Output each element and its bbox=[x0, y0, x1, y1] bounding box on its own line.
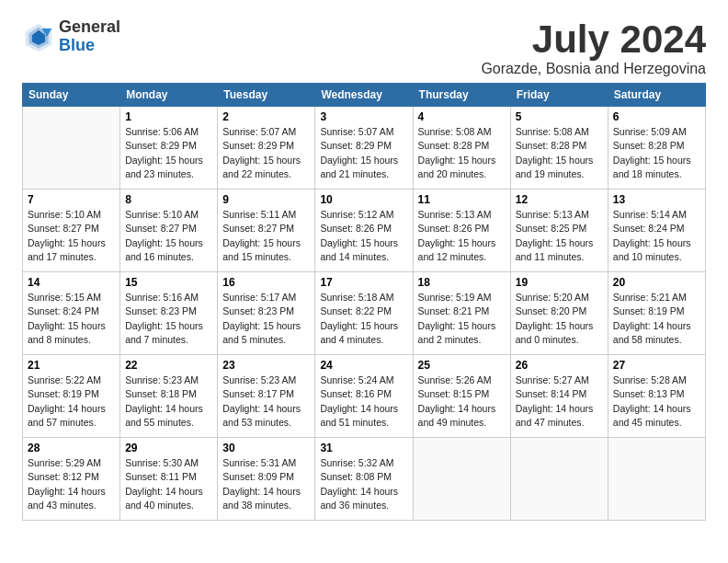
day-number: 1 bbox=[125, 110, 212, 123]
day-number: 27 bbox=[613, 359, 700, 372]
calendar-week-row: 1Sunrise: 5:06 AMSunset: 8:29 PMDaylight… bbox=[23, 107, 706, 190]
day-number: 16 bbox=[222, 276, 310, 289]
calendar-cell: 14Sunrise: 5:15 AMSunset: 8:24 PMDayligh… bbox=[23, 272, 120, 355]
calendar-cell: 31Sunrise: 5:32 AMSunset: 8:08 PMDayligh… bbox=[315, 438, 413, 521]
day-info: Sunrise: 5:11 AMSunset: 8:27 PMDaylight:… bbox=[222, 208, 310, 264]
calendar-cell: 12Sunrise: 5:13 AMSunset: 8:25 PMDayligh… bbox=[510, 190, 608, 272]
calendar-cell: 11Sunrise: 5:13 AMSunset: 8:26 PMDayligh… bbox=[413, 190, 510, 272]
day-info: Sunrise: 5:27 AMSunset: 8:14 PMDaylight:… bbox=[516, 373, 603, 430]
day-number: 24 bbox=[320, 359, 407, 372]
day-number: 25 bbox=[418, 359, 506, 372]
calendar-cell: 27Sunrise: 5:28 AMSunset: 8:13 PMDayligh… bbox=[608, 355, 705, 438]
day-info: Sunrise: 5:23 AMSunset: 8:17 PMDaylight:… bbox=[222, 373, 310, 430]
day-number: 22 bbox=[125, 359, 212, 372]
day-number: 7 bbox=[28, 193, 115, 206]
day-info: Sunrise: 5:12 AMSunset: 8:26 PMDaylight:… bbox=[320, 208, 407, 264]
calendar-header-friday: Friday bbox=[510, 84, 608, 107]
calendar-cell: 23Sunrise: 5:23 AMSunset: 8:17 PMDayligh… bbox=[218, 355, 315, 438]
day-info: Sunrise: 5:09 AMSunset: 8:28 PMDaylight:… bbox=[613, 125, 700, 181]
day-info: Sunrise: 5:07 AMSunset: 8:29 PMDaylight:… bbox=[320, 125, 407, 181]
day-info: Sunrise: 5:16 AMSunset: 8:23 PMDaylight:… bbox=[125, 291, 212, 347]
day-number: 4 bbox=[418, 110, 506, 123]
day-number: 15 bbox=[125, 276, 212, 289]
day-info: Sunrise: 5:07 AMSunset: 8:29 PMDaylight:… bbox=[222, 125, 310, 181]
logo-text: General Blue bbox=[59, 18, 120, 55]
logo-general: General bbox=[59, 18, 120, 37]
day-number: 14 bbox=[28, 276, 115, 289]
day-number: 18 bbox=[418, 276, 506, 289]
day-info: Sunrise: 5:13 AMSunset: 8:25 PMDaylight:… bbox=[516, 208, 603, 264]
day-info: Sunrise: 5:24 AMSunset: 8:16 PMDaylight:… bbox=[320, 373, 407, 430]
day-info: Sunrise: 5:28 AMSunset: 8:13 PMDaylight:… bbox=[613, 373, 700, 430]
calendar-cell: 17Sunrise: 5:18 AMSunset: 8:22 PMDayligh… bbox=[315, 272, 413, 355]
calendar-week-row: 21Sunrise: 5:22 AMSunset: 8:19 PMDayligh… bbox=[23, 355, 706, 438]
calendar-cell: 4Sunrise: 5:08 AMSunset: 8:28 PMDaylight… bbox=[413, 107, 510, 190]
logo-blue: Blue bbox=[59, 37, 120, 55]
day-number: 26 bbox=[516, 359, 603, 372]
day-info: Sunrise: 5:26 AMSunset: 8:15 PMDaylight:… bbox=[418, 373, 506, 430]
day-number: 29 bbox=[125, 442, 212, 454]
day-info: Sunrise: 5:32 AMSunset: 8:08 PMDaylight:… bbox=[320, 456, 407, 512]
calendar-cell: 15Sunrise: 5:16 AMSunset: 8:23 PMDayligh… bbox=[120, 272, 218, 355]
calendar-cell bbox=[413, 438, 510, 521]
day-info: Sunrise: 5:30 AMSunset: 8:11 PMDaylight:… bbox=[125, 456, 212, 512]
day-number: 31 bbox=[320, 442, 407, 454]
calendar-cell bbox=[510, 438, 608, 521]
day-info: Sunrise: 5:08 AMSunset: 8:28 PMDaylight:… bbox=[418, 125, 506, 181]
calendar-header-monday: Monday bbox=[120, 84, 218, 107]
day-info: Sunrise: 5:20 AMSunset: 8:20 PMDaylight:… bbox=[516, 291, 603, 347]
day-number: 2 bbox=[222, 110, 310, 123]
day-number: 11 bbox=[418, 193, 506, 206]
day-info: Sunrise: 5:18 AMSunset: 8:22 PMDaylight:… bbox=[320, 291, 407, 347]
day-info: Sunrise: 5:06 AMSunset: 8:29 PMDaylight:… bbox=[125, 125, 212, 181]
calendar-cell: 1Sunrise: 5:06 AMSunset: 8:29 PMDaylight… bbox=[120, 107, 218, 190]
day-number: 6 bbox=[613, 110, 700, 123]
day-number: 5 bbox=[516, 110, 603, 123]
day-number: 23 bbox=[222, 359, 310, 372]
day-number: 28 bbox=[28, 442, 115, 454]
day-number: 12 bbox=[516, 193, 603, 206]
calendar-cell: 26Sunrise: 5:27 AMSunset: 8:14 PMDayligh… bbox=[510, 355, 608, 438]
calendar-cell: 13Sunrise: 5:14 AMSunset: 8:24 PMDayligh… bbox=[608, 190, 705, 272]
calendar-header-thursday: Thursday bbox=[413, 84, 510, 107]
calendar-cell: 7Sunrise: 5:10 AMSunset: 8:27 PMDaylight… bbox=[23, 190, 120, 272]
day-number: 17 bbox=[320, 276, 407, 289]
logo-icon bbox=[22, 20, 55, 53]
calendar-header-saturday: Saturday bbox=[608, 84, 705, 107]
day-info: Sunrise: 5:21 AMSunset: 8:19 PMDaylight:… bbox=[613, 291, 700, 347]
calendar-cell: 10Sunrise: 5:12 AMSunset: 8:26 PMDayligh… bbox=[315, 190, 413, 272]
calendar-cell: 24Sunrise: 5:24 AMSunset: 8:16 PMDayligh… bbox=[315, 355, 413, 438]
location-subtitle: Gorazde, Bosnia and Herzegovina bbox=[481, 61, 706, 77]
calendar-cell: 3Sunrise: 5:07 AMSunset: 8:29 PMDaylight… bbox=[315, 107, 413, 190]
logo: General Blue bbox=[22, 18, 120, 55]
day-number: 20 bbox=[613, 276, 700, 289]
day-number: 21 bbox=[28, 359, 115, 372]
calendar-cell: 22Sunrise: 5:23 AMSunset: 8:18 PMDayligh… bbox=[120, 355, 218, 438]
day-number: 8 bbox=[125, 193, 212, 206]
calendar-header-wednesday: Wednesday bbox=[315, 84, 413, 107]
calendar-header-row: SundayMondayTuesdayWednesdayThursdayFrid… bbox=[23, 84, 706, 107]
day-info: Sunrise: 5:29 AMSunset: 8:12 PMDaylight:… bbox=[28, 456, 115, 512]
calendar-cell: 6Sunrise: 5:09 AMSunset: 8:28 PMDaylight… bbox=[608, 107, 705, 190]
day-info: Sunrise: 5:10 AMSunset: 8:27 PMDaylight:… bbox=[28, 208, 115, 264]
calendar-cell: 19Sunrise: 5:20 AMSunset: 8:20 PMDayligh… bbox=[510, 272, 608, 355]
day-info: Sunrise: 5:08 AMSunset: 8:28 PMDaylight:… bbox=[516, 125, 603, 181]
calendar-cell: 8Sunrise: 5:10 AMSunset: 8:27 PMDaylight… bbox=[120, 190, 218, 272]
day-number: 10 bbox=[320, 193, 407, 206]
calendar-cell: 25Sunrise: 5:26 AMSunset: 8:15 PMDayligh… bbox=[413, 355, 510, 438]
calendar-cell: 18Sunrise: 5:19 AMSunset: 8:21 PMDayligh… bbox=[413, 272, 510, 355]
day-info: Sunrise: 5:15 AMSunset: 8:24 PMDaylight:… bbox=[28, 291, 115, 347]
calendar-cell: 16Sunrise: 5:17 AMSunset: 8:23 PMDayligh… bbox=[218, 272, 315, 355]
calendar-week-row: 7Sunrise: 5:10 AMSunset: 8:27 PMDaylight… bbox=[23, 190, 706, 272]
day-info: Sunrise: 5:23 AMSunset: 8:18 PMDaylight:… bbox=[125, 373, 212, 430]
month-title: July 2024 bbox=[481, 18, 706, 61]
calendar-cell: 9Sunrise: 5:11 AMSunset: 8:27 PMDaylight… bbox=[218, 190, 315, 272]
calendar-table: SundayMondayTuesdayWednesdayThursdayFrid… bbox=[22, 83, 706, 521]
calendar-cell: 5Sunrise: 5:08 AMSunset: 8:28 PMDaylight… bbox=[510, 107, 608, 190]
day-info: Sunrise: 5:31 AMSunset: 8:09 PMDaylight:… bbox=[222, 456, 310, 512]
calendar-cell: 30Sunrise: 5:31 AMSunset: 8:09 PMDayligh… bbox=[218, 438, 315, 521]
day-number: 9 bbox=[222, 193, 310, 206]
header: General Blue July 2024 Gorazde, Bosnia a… bbox=[22, 18, 706, 77]
day-info: Sunrise: 5:17 AMSunset: 8:23 PMDaylight:… bbox=[222, 291, 310, 347]
calendar-week-row: 14Sunrise: 5:15 AMSunset: 8:24 PMDayligh… bbox=[23, 272, 706, 355]
